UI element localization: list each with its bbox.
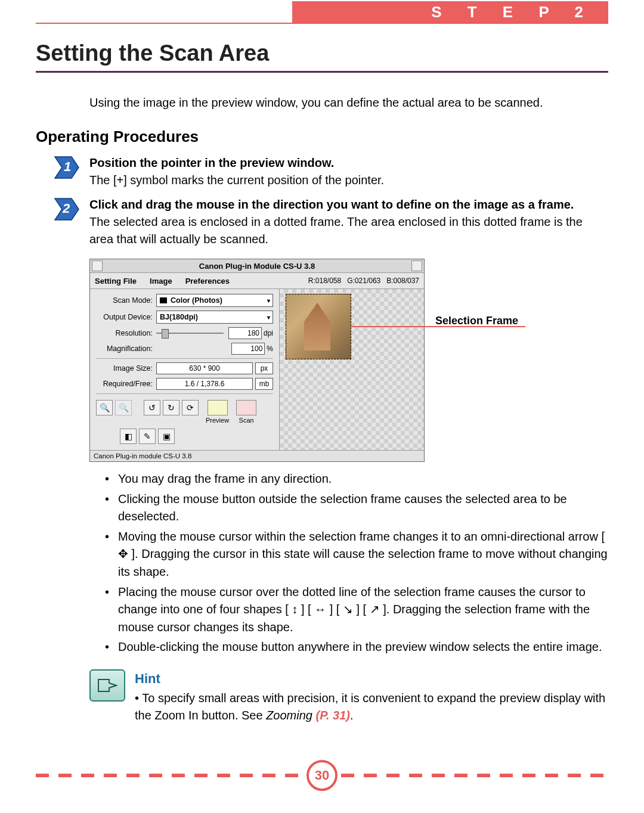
bullet-list: You may drag the frame in any direction.…: [105, 470, 608, 656]
step-1-arrow-icon: 1: [54, 154, 81, 181]
menu-setting-file[interactable]: Setting File: [95, 277, 137, 286]
magnification-label: Magnification:: [96, 345, 153, 353]
preview-button[interactable]: Preview: [206, 400, 229, 424]
image-size-label: Image Size:: [96, 364, 153, 373]
flip-icon[interactable]: ⟳: [182, 400, 199, 415]
svg-text:2: 2: [62, 201, 70, 216]
step-1: 1 Position the pointer in the preview wi…: [36, 154, 608, 189]
hint-text: • To specify small areas with precision,…: [135, 691, 605, 722]
required-free-value: 1.6 / 1,378.6: [156, 378, 253, 390]
resolution-slider[interactable]: [156, 329, 224, 337]
hint-title: Hint: [135, 669, 608, 688]
footer: 30: [36, 760, 608, 791]
resolution-unit: dpi: [264, 329, 273, 337]
page-number: 30: [306, 760, 338, 791]
menu-image[interactable]: Image: [150, 277, 172, 286]
settings-panel: Scan Mode: Color (Photos)▾ Output Device…: [90, 289, 280, 450]
rotate-right-icon[interactable]: ↻: [163, 400, 179, 415]
step-1-body: The [+] symbol marks the current positio…: [89, 172, 608, 189]
page-title: Setting the Scan Area: [36, 41, 608, 66]
magnification-value[interactable]: 100: [231, 343, 265, 355]
hint-block: Hint • To specify small areas with preci…: [89, 669, 608, 724]
bullet-item: Placing the mouse cursor over the dotted…: [105, 584, 608, 637]
hint-suffix: .: [350, 709, 354, 722]
resolution-value[interactable]: 180: [228, 327, 262, 339]
required-free-label: Required/Free:: [96, 380, 153, 388]
menu-preferences[interactable]: Preferences: [185, 277, 230, 286]
titlebar: Canon Plug-in Module CS-U 3.8: [90, 259, 424, 273]
rotate-left-icon[interactable]: ↺: [144, 400, 160, 415]
output-device-label: Output Device:: [96, 313, 153, 321]
header-bar: S T E P 2: [36, 0, 608, 24]
resolution-label: Resolution:: [96, 329, 153, 337]
app-window: Canon Plug-in Module CS-U 3.8 Setting Fi…: [89, 259, 425, 462]
zoom-in-icon[interactable]: 🔍: [96, 400, 113, 415]
scan-mode-label: Scan Mode:: [96, 296, 153, 305]
hint-ref-link[interactable]: (P. 31): [316, 709, 350, 722]
required-free-unit: mb: [255, 378, 273, 390]
scan-button[interactable]: Scan: [236, 400, 256, 424]
hint-zooming: Zooming: [266, 709, 315, 722]
menubar: Setting File Image Preferences R:018/058…: [90, 273, 424, 288]
status-bar: Canon Plug-in module CS-U 3.8: [90, 450, 424, 461]
rgb-readout: R:018/058 G:021/063 B:008/037: [308, 277, 419, 285]
image-size-value: 630 * 900: [156, 362, 253, 374]
output-device-select[interactable]: BJ(180dpi)▾: [156, 311, 273, 324]
window-title: Canon Plug-in Module CS-U 3.8: [90, 262, 424, 271]
magnification-unit: %: [267, 345, 273, 353]
zoom-out-icon[interactable]: 🔍: [115, 400, 132, 415]
intro-text: Using the image in the preview window, y…: [89, 94, 608, 111]
step-2: 2 Click and drag the mouse in the direct…: [36, 196, 608, 248]
step-2-body: The selected area is enclosed in a dotte…: [89, 213, 608, 248]
bullet-item: Moving the mouse cursor within the selec…: [105, 528, 608, 581]
hint-icon: [89, 669, 125, 702]
footer-dashes-left: [36, 774, 303, 777]
footer-dashes-right: [341, 774, 608, 777]
tool-icon-2[interactable]: ✎: [139, 429, 156, 444]
tool-icon-3[interactable]: ▣: [158, 429, 175, 444]
bullet-item: Clicking the mouse button outside the se…: [105, 491, 608, 526]
svg-text:1: 1: [64, 159, 71, 174]
bullet-item: You may drag the frame in any direction.: [105, 470, 608, 488]
callout-label: Selection Frame: [435, 315, 518, 327]
selection-frame[interactable]: [286, 294, 351, 359]
step-2-heading: Click and drag the mouse in the directio…: [89, 196, 608, 213]
step-2-arrow-icon: 2: [54, 196, 81, 222]
image-size-unit: px: [255, 362, 273, 374]
title-rule: [36, 71, 608, 73]
step-label: S T E P 2: [292, 1, 608, 23]
svg-marker-4: [98, 679, 116, 691]
screenshot-figure: Canon Plug-in Module CS-U 3.8 Setting Fi…: [89, 259, 555, 462]
step-1-heading: Position the pointer in the preview wind…: [89, 154, 608, 172]
section-heading: Operating Procedures: [36, 128, 608, 146]
preview-area[interactable]: [280, 289, 424, 450]
tool-icon-1[interactable]: ◧: [120, 429, 137, 444]
toolbar: 🔍 🔍 ↺ ↻ ⟳ Preview Scan: [96, 398, 273, 426]
scan-mode-select[interactable]: Color (Photos)▾: [156, 294, 273, 307]
bullet-item: Double-clicking the mouse button anywher…: [105, 638, 608, 656]
